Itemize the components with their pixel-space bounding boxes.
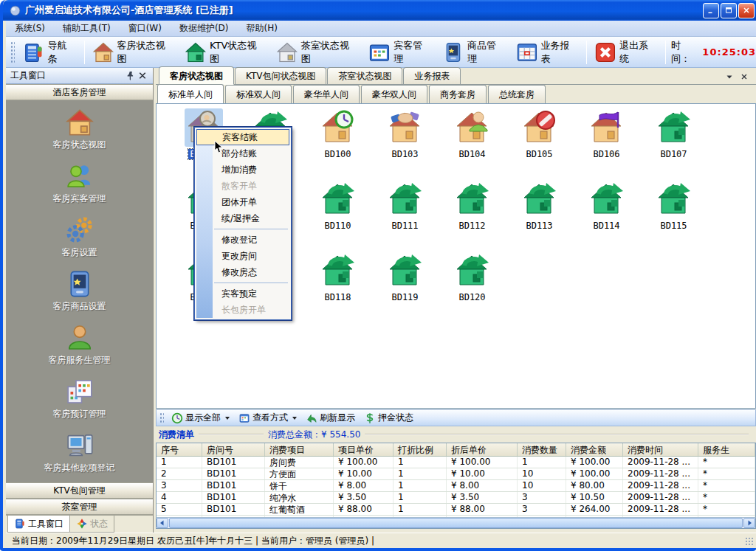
show-all-button[interactable]: 显示全部 (167, 412, 234, 424)
room-item-BD112[interactable]: BD112 (439, 180, 506, 252)
context-menu-item-7[interactable]: 修改登记 (214, 232, 289, 248)
tab-standard-single[interactable]: 标准单人间 (157, 84, 224, 104)
room-item-BD105[interactable]: BD105 (506, 108, 573, 180)
toolbar-goods-mgmt-button[interactable]: 商品管理 (437, 37, 511, 68)
scrollbar-thumb[interactable] (169, 518, 743, 528)
room-item-BD107[interactable]: BD107 (640, 108, 707, 180)
room-item-BD100[interactable]: BD100 (304, 108, 371, 180)
close-button[interactable] (738, 3, 755, 18)
column-header-2[interactable]: 消费项目 (265, 443, 334, 456)
toolbar-room-status-button[interactable]: 客房状态视图 (87, 37, 179, 68)
context-menu-item-2[interactable]: 增加消费 (214, 162, 289, 178)
sidebar-item-booking-mgmt[interactable]: 客房预订管理 (6, 377, 153, 431)
sidebar-item-goods-settings[interactable]: 客房商品设置 (6, 269, 153, 323)
menu-system[interactable]: 系统(S) (6, 21, 54, 36)
toolbar-report-button[interactable]: 业务报表 (511, 37, 585, 68)
context-menu-item-9[interactable]: 修改房态 (214, 264, 289, 280)
tab-room-status-view[interactable]: 客房状态视图 (159, 66, 234, 85)
view-mode-button[interactable]: 查看方式 (234, 412, 301, 424)
room-item-BD119[interactable]: BD119 (371, 252, 439, 323)
sidebar-item-room-settings[interactable]: 客房设置 (6, 215, 153, 269)
tab-close-icon[interactable] (740, 72, 749, 81)
tab-deluxe-double[interactable]: 豪华双人间 (361, 85, 427, 103)
table-cell: 2009-11-28 ... (623, 492, 698, 503)
tab-tool-window[interactable]: 工具窗口 (7, 516, 70, 533)
room-item-BD115[interactable]: BD115 (640, 180, 707, 252)
room-item-BD111[interactable]: BD111 (371, 180, 439, 252)
room-item-BD104[interactable]: BD104 (439, 108, 506, 180)
deposit-status-button[interactable]: 押金状态 (360, 412, 418, 424)
toolbar-separator (586, 41, 587, 64)
minimize-button[interactable] (703, 3, 719, 18)
column-header-5[interactable]: 折后单价 (447, 443, 518, 456)
table-row-2[interactable]: 2BD101方便面¥ 10.001¥ 10.0010¥ 100.002009-1… (157, 468, 755, 480)
table-cell: 红葡萄酒 (265, 504, 334, 515)
column-header-6[interactable]: 消费数量 (518, 443, 566, 456)
column-header-9[interactable]: 服务生 (698, 443, 755, 456)
column-header-7[interactable]: 消费金额 (566, 443, 623, 456)
context-menu-item-8[interactable]: 更改房间 (214, 248, 289, 264)
sidebar-item-guest-mgmt[interactable]: 客房宾客管理 (6, 162, 153, 215)
table-row-1[interactable]: 1BD101房间费¥ 100.001¥ 100.001¥ 100.002009-… (157, 457, 755, 468)
context-menu-item-4[interactable]: 团体开单 (214, 194, 289, 210)
toolbar-guest-mgmt-button[interactable]: 宾客管理 (363, 37, 437, 68)
room-item-BD114[interactable]: BD114 (573, 180, 640, 252)
context-menu-item-1[interactable]: 部分结账 (214, 145, 289, 162)
toolbar-grip[interactable] (10, 41, 15, 63)
pin-icon[interactable] (125, 70, 137, 81)
tab-tea-status-view[interactable]: 茶室状态视图 (327, 67, 402, 84)
column-header-8[interactable]: 消费时间 (623, 443, 698, 456)
tab-business-suite[interactable]: 商务套房 (429, 85, 487, 103)
room-item-BD103[interactable]: BD103 (371, 108, 439, 180)
column-header-3[interactable]: 项目单价 (334, 443, 394, 456)
sidebar-item-other-payments[interactable]: 客房其他款项登记 (6, 431, 153, 482)
sidebar-section-tea[interactable]: 茶室管理 (6, 499, 153, 515)
room-item-BD113[interactable]: BD113 (506, 180, 573, 252)
sidebar-item-waiter-mgmt[interactable]: 客房服务生管理 (6, 323, 153, 377)
refresh-button[interactable]: 刷新显示 (301, 412, 360, 424)
toolbar-grip[interactable] (159, 412, 164, 424)
tab-deluxe-single[interactable]: 豪华单人间 (293, 85, 360, 103)
context-menu-item-11[interactable]: 宾客预定 (214, 285, 289, 302)
table-row-4[interactable]: 4BD101纯净水¥ 3.501¥ 3.503¥ 10.502009-11-28… (157, 492, 755, 504)
room-item-BD120[interactable]: BD120 (439, 252, 506, 323)
tab-ktv-status-view[interactable]: KTV包间状态视图 (235, 67, 326, 84)
column-header-4[interactable]: 打折比例 (394, 443, 447, 456)
resize-grip-icon[interactable] (745, 537, 755, 547)
menu-data-maintain[interactable]: 数据维护(D) (171, 21, 238, 36)
sidebar-section-hotel-rooms[interactable]: 酒店客房管理 (6, 84, 153, 100)
tab-standard-double[interactable]: 标准双人间 (225, 85, 292, 103)
tab-dropdown-icon[interactable] (725, 72, 734, 81)
close-panel-icon[interactable] (137, 70, 148, 81)
sidebar-section-ktv[interactable]: KTV包间管理 (6, 482, 153, 499)
sidebar-item-room-status[interactable]: 客房状态视图 (6, 108, 153, 162)
room-blocked-icon (520, 108, 559, 147)
menu-aux-tools[interactable]: 辅助工具(T) (54, 21, 120, 36)
toolbar-ktv-status-button[interactable]: KTV状态视图 (179, 37, 271, 68)
room-item-BD118[interactable]: BD118 (304, 252, 371, 323)
scroll-left-icon[interactable] (157, 518, 168, 528)
maximize-button[interactable] (721, 3, 737, 18)
sidebar-bottom-tabs: 工具窗口 状态 (6, 515, 153, 533)
time-value: 10:25:03 (702, 46, 756, 58)
toolbar-separator (84, 41, 85, 64)
column-header-0[interactable]: 序号 (157, 443, 202, 456)
scroll-right-icon[interactable] (743, 518, 755, 528)
table-row-3[interactable]: 3BD101饼干¥ 8.001¥ 8.0010¥ 80.002009-11-28… (157, 480, 755, 492)
menu-help[interactable]: 帮助(H) (238, 21, 286, 36)
tab-status[interactable]: 状态 (70, 516, 114, 533)
context-menu-item-5[interactable]: 续/退押金 (214, 210, 289, 226)
toolbar-exit-button[interactable]: 退出系统 (589, 37, 663, 68)
table-row-5[interactable]: 5BD101红葡萄酒¥ 88.001¥ 88.003¥ 264.002009-1… (157, 504, 755, 516)
tab-president-suite[interactable]: 总统套房 (488, 85, 546, 103)
toolbar-tea-status-button[interactable]: 茶室状态视图 (271, 37, 363, 68)
toolbar-navigator-button[interactable]: 导航条 (18, 37, 82, 68)
room-item-BD110[interactable]: BD110 (304, 180, 371, 252)
tab-business-report[interactable]: 业务报表 (403, 67, 461, 84)
toolbar-label: KTV状态视图 (210, 39, 266, 66)
column-header-1[interactable]: 房间号 (202, 443, 265, 456)
room-clock-icon (319, 108, 357, 147)
menu-window[interactable]: 窗口(W) (120, 21, 171, 36)
context-menu-item-0[interactable]: 宾客结账 (196, 129, 289, 145)
room-item-BD106[interactable]: BD106 (573, 108, 640, 180)
